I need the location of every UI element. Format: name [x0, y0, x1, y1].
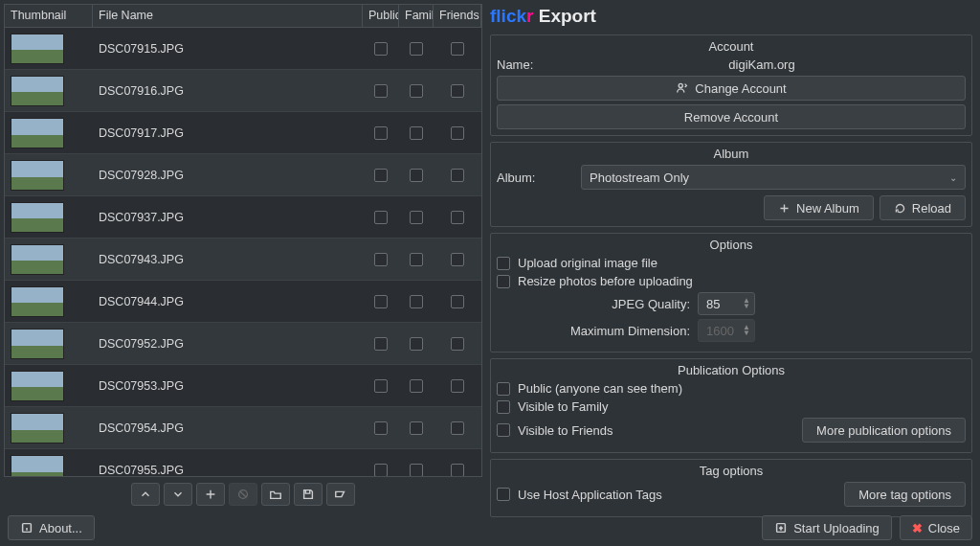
table-row[interactable]: DSC07953.JPG: [5, 365, 481, 407]
chevron-down-icon: ⌄: [949, 172, 957, 183]
thumbnail: [11, 202, 64, 233]
change-account-button[interactable]: Change Account: [497, 76, 966, 101]
row-friends-checkbox[interactable]: [451, 84, 464, 98]
row-public-checkbox[interactable]: [374, 84, 388, 98]
new-album-button[interactable]: New Album: [764, 195, 874, 220]
publication-title: Publication Options: [497, 363, 966, 377]
remove-account-button[interactable]: Remove Account: [497, 104, 966, 129]
row-friends-checkbox[interactable]: [451, 379, 464, 393]
svg-point-1: [679, 83, 683, 87]
thumbnail: [11, 76, 64, 106]
col-thumbnail[interactable]: Thumbnail: [5, 5, 93, 27]
table-row[interactable]: DSC07917.JPG: [5, 112, 481, 154]
col-public[interactable]: Public: [363, 5, 399, 27]
row-public-checkbox[interactable]: [374, 211, 388, 224]
resize-label: Resize photos before uploading: [518, 274, 693, 288]
row-friends-checkbox[interactable]: [451, 169, 464, 182]
tag-title: Tag options: [497, 464, 966, 478]
row-friends-checkbox[interactable]: [451, 211, 464, 224]
row-friends-checkbox[interactable]: [451, 464, 464, 477]
row-public-checkbox[interactable]: [374, 379, 388, 393]
table-row[interactable]: DSC07937.JPG: [5, 196, 481, 239]
thumbnail: [11, 329, 64, 359]
table-row[interactable]: DSC07943.JPG: [5, 239, 481, 281]
row-family-checkbox[interactable]: [410, 337, 423, 351]
col-family[interactable]: Famil: [399, 5, 434, 27]
row-friends-checkbox[interactable]: [451, 295, 464, 308]
row-family-checkbox[interactable]: [410, 379, 423, 393]
filename-cell: DSC07917.JPG: [93, 125, 363, 142]
start-upload-button[interactable]: Start Uploading: [762, 515, 892, 540]
add-button[interactable]: [196, 483, 225, 506]
upload-original-label: Upload original image file: [518, 256, 657, 270]
friends-checkbox[interactable]: [497, 423, 510, 437]
row-family-checkbox[interactable]: [410, 169, 423, 182]
table-row[interactable]: DSC07952.JPG: [5, 323, 481, 365]
row-friends-checkbox[interactable]: [451, 337, 464, 351]
row-family-checkbox[interactable]: [410, 211, 423, 224]
about-button[interactable]: About...: [8, 515, 95, 540]
family-checkbox[interactable]: [497, 400, 510, 414]
jpeg-quality-label: JPEG Quality:: [612, 297, 690, 311]
host-tags-label: Use Host Application Tags: [518, 488, 662, 502]
account-group: Account Name: digiKam.org Change Account…: [490, 34, 972, 136]
row-public-checkbox[interactable]: [374, 253, 388, 266]
thumbnail: [11, 455, 64, 478]
friends-label: Visible to Friends: [518, 423, 612, 438]
row-friends-checkbox[interactable]: [451, 253, 464, 266]
save-list-button[interactable]: [294, 483, 323, 506]
more-tag-button[interactable]: More tag options: [844, 482, 966, 507]
row-friends-checkbox[interactable]: [451, 421, 464, 435]
row-family-checkbox[interactable]: [410, 126, 423, 140]
clear-button[interactable]: [326, 483, 355, 506]
file-toolbar: [4, 477, 482, 508]
table-body[interactable]: DSC07915.JPGDSC07916.JPGDSC07917.JPGDSC0…: [5, 28, 481, 477]
col-filename[interactable]: File Name: [93, 5, 363, 27]
row-public-checkbox[interactable]: [374, 295, 388, 308]
table-row[interactable]: DSC07955.JPG: [5, 449, 481, 477]
row-friends-checkbox[interactable]: [451, 126, 464, 140]
col-friends[interactable]: Friends: [434, 5, 481, 27]
filename-cell: DSC07953.JPG: [93, 377, 363, 395]
open-folder-button[interactable]: [261, 483, 290, 506]
publication-group: Publication Options Public (anyone can s…: [490, 358, 972, 453]
row-public-checkbox[interactable]: [374, 421, 388, 435]
table-header: Thumbnail File Name Public Famil Friends: [5, 5, 481, 28]
more-publication-button[interactable]: More publication options: [802, 418, 966, 443]
upload-icon: [774, 521, 788, 535]
table-row[interactable]: DSC07916.JPG: [5, 70, 481, 112]
upload-original-checkbox[interactable]: [497, 257, 510, 270]
jpeg-quality-spin[interactable]: 85 ▲▼: [698, 292, 755, 315]
table-row[interactable]: DSC07915.JPG: [5, 28, 481, 70]
resize-checkbox[interactable]: [497, 275, 510, 288]
info-icon: [20, 521, 33, 535]
close-button[interactable]: ✖ Close: [900, 515, 972, 540]
public-checkbox[interactable]: [497, 382, 510, 396]
reload-album-button[interactable]: Reload: [880, 195, 966, 220]
host-tags-checkbox[interactable]: [497, 488, 510, 501]
row-public-checkbox[interactable]: [374, 464, 388, 477]
file-table: Thumbnail File Name Public Famil Friends…: [4, 4, 482, 477]
row-public-checkbox[interactable]: [374, 42, 388, 56]
table-row[interactable]: DSC07944.JPG: [5, 281, 481, 323]
row-family-checkbox[interactable]: [410, 421, 423, 435]
thumbnail: [11, 118, 64, 148]
row-family-checkbox[interactable]: [410, 253, 423, 266]
thumbnail: [11, 160, 64, 191]
row-public-checkbox[interactable]: [374, 126, 388, 140]
album-select[interactable]: Photostream Only ⌄: [581, 165, 966, 190]
move-up-button[interactable]: [131, 483, 160, 506]
row-family-checkbox[interactable]: [410, 464, 423, 477]
table-row[interactable]: DSC07954.JPG: [5, 407, 481, 449]
row-family-checkbox[interactable]: [410, 295, 423, 308]
move-down-button[interactable]: [164, 483, 192, 506]
row-public-checkbox[interactable]: [374, 337, 388, 351]
thumbnail: [11, 286, 64, 317]
row-family-checkbox[interactable]: [410, 42, 423, 56]
row-public-checkbox[interactable]: [374, 169, 388, 182]
row-friends-checkbox[interactable]: [451, 42, 464, 56]
table-row[interactable]: DSC07928.JPG: [5, 154, 481, 196]
user-swap-icon: [676, 81, 689, 95]
row-family-checkbox[interactable]: [410, 84, 423, 98]
plus-icon: [778, 202, 791, 215]
